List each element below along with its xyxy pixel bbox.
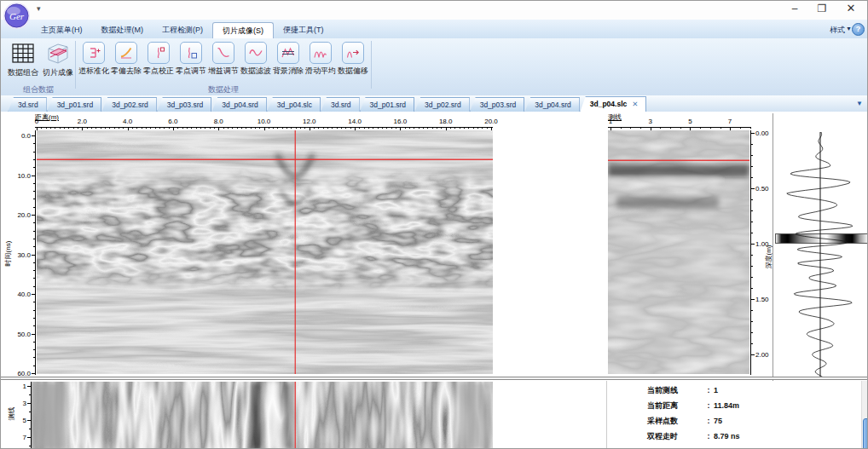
tick	[114, 127, 115, 129]
main-y-tick-label: 60.0	[8, 370, 31, 377]
tick	[91, 127, 92, 129]
ribbon-separator	[75, 41, 76, 89]
tick	[690, 127, 691, 130]
tick	[441, 127, 442, 129]
slice-y-tick-label: 5	[14, 417, 26, 424]
horizontal-splitter[interactable]	[1, 377, 867, 380]
document-tab-7[interactable]: 3d.srd	[321, 97, 360, 112]
ribbon-button-label: 零点调节	[175, 67, 207, 75]
ribbon-button-dc-removal[interactable]: 零偏去除	[110, 42, 142, 84]
vertical-scrollbar[interactable]	[861, 381, 868, 449]
tick	[700, 127, 701, 129]
tick	[251, 127, 252, 129]
tick	[414, 127, 414, 129]
quick-access-arrow-icon[interactable]: ▾	[37, 4, 41, 13]
scrollbar-thumb[interactable]	[863, 418, 868, 449]
ribbon-button-label: 道标准化	[78, 67, 110, 75]
tick	[119, 127, 119, 129]
main-radargram-image[interactable]	[37, 130, 493, 374]
ribbon-button-zero-correct[interactable]: 零点校正	[142, 42, 175, 84]
main-x-tick-label: 12.0	[298, 118, 321, 125]
document-tab-6[interactable]: 3d_p04.slc	[267, 97, 321, 112]
tick	[473, 127, 474, 129]
tick	[750, 299, 755, 300]
document-tab-9[interactable]: 3d_p02.srd	[414, 97, 470, 112]
menu-tab-3[interactable]: 工程检测(P)	[153, 22, 212, 38]
tick	[750, 321, 753, 322]
info-colon: :	[703, 386, 714, 394]
tick	[750, 277, 753, 278]
ribbon-button-zero-adjust[interactable]: 零点调节	[175, 42, 207, 84]
style-button[interactable]: 样式	[830, 25, 845, 36]
tick	[296, 127, 297, 129]
tick	[29, 446, 31, 446]
ribbon-button-data-shift[interactable]: 数据偏移	[337, 42, 369, 84]
menu-tabs: 主页菜单(H)数据处理(M)工程检测(P)切片成像(S)便捷工具(T)	[32, 20, 333, 38]
info-colon: :	[703, 401, 714, 410]
ribbon-button-data-filter[interactable]: 数据滤波	[240, 42, 272, 84]
ribbon-button-moving-average[interactable]: 滑动平均	[304, 42, 337, 84]
ribbon-button-trace-normalize[interactable]: 道标准化	[78, 42, 110, 84]
ribbon-button-slice-cube[interactable]: 切片成像	[40, 41, 76, 83]
slice-image[interactable]	[32, 382, 493, 449]
close-button[interactable]: ✕	[838, 1, 864, 18]
tick	[33, 246, 35, 247]
app-logo-icon[interactable]: Ger	[3, 2, 31, 30]
line-scan-image[interactable]	[608, 130, 749, 374]
tick	[95, 127, 96, 129]
tick	[33, 302, 35, 302]
ribbon-button-background-removal[interactable]: 背景消除	[272, 42, 304, 84]
depth-tick-label: 0.00	[755, 130, 776, 137]
line-x-tick-label: 1	[602, 118, 619, 125]
style-dropdown-arrow-icon[interactable]: ▼	[846, 26, 852, 32]
line-x-tick-label: 5	[681, 118, 698, 125]
menu-tab-2[interactable]: 数据处理(M)	[92, 22, 153, 38]
maximize-button[interactable]: ❐	[809, 1, 835, 18]
tick	[146, 127, 147, 129]
tick	[750, 222, 753, 222]
document-tab-5[interactable]: 3d_p04.srd	[211, 97, 267, 112]
menu-tab-5[interactable]: 便捷工具(T)	[274, 22, 333, 38]
document-tab-4[interactable]: 3d_p03.srd	[157, 97, 212, 112]
minimize-button[interactable]: –	[782, 1, 807, 18]
ribbon-button-gain-adjust[interactable]: 增益调节	[207, 42, 240, 84]
tick	[123, 127, 124, 129]
tick	[82, 127, 83, 130]
main-y-axis	[35, 130, 36, 375]
tick	[33, 199, 35, 199]
tick	[323, 127, 324, 129]
tick	[477, 127, 478, 129]
tick	[750, 343, 753, 344]
tick	[427, 127, 428, 129]
main-y-tick-label: 10.0	[8, 172, 31, 180]
tick	[27, 386, 31, 387]
main-x-tick-label: 8.0	[206, 118, 230, 125]
document-tab-2[interactable]: 3d_p01.srd	[47, 97, 102, 112]
document-tab-1[interactable]: 3d.srd	[8, 97, 47, 112]
menu-tab-4[interactable]: 切片成像(S)	[212, 22, 274, 39]
tick	[33, 349, 35, 350]
document-tab-8[interactable]: 3d_p01.srd	[360, 97, 415, 112]
document-tab-3[interactable]: 3d_p02.srd	[101, 97, 157, 112]
menu-tab-1[interactable]: 主页菜单(H)	[32, 22, 92, 38]
close-tab-icon[interactable]: ✕	[632, 100, 638, 108]
menu-bar: 主页菜单(H)数据处理(M)工程检测(P)切片成像(S)便捷工具(T) 样式 ▼…	[1, 20, 867, 39]
tick	[101, 127, 101, 129]
help-icon[interactable]: ?	[852, 23, 865, 36]
document-tab-12[interactable]: 3d_p04.slc✕	[580, 96, 647, 113]
tick	[277, 127, 278, 129]
trace-waveform[interactable]	[773, 132, 867, 377]
tick	[750, 127, 751, 129]
tick	[32, 373, 35, 374]
ribbon: 数据组合切片成像 组合数据 道标准化零偏去除零点校正零点调节增益调节数据滤波背景…	[1, 38, 867, 96]
document-tab-11[interactable]: 3d_p04.srd	[524, 97, 580, 112]
ribbon-button-data-grid[interactable]: 数据组合	[5, 41, 41, 83]
tick	[50, 127, 51, 129]
tick	[241, 127, 242, 129]
tick	[41, 127, 42, 129]
tick	[255, 127, 256, 129]
document-tab-10[interactable]: 3d_p03.srd	[470, 97, 525, 112]
tick	[750, 133, 755, 134]
tick	[314, 127, 315, 129]
tab-overflow-arrow-icon[interactable]: ▼	[856, 100, 863, 107]
